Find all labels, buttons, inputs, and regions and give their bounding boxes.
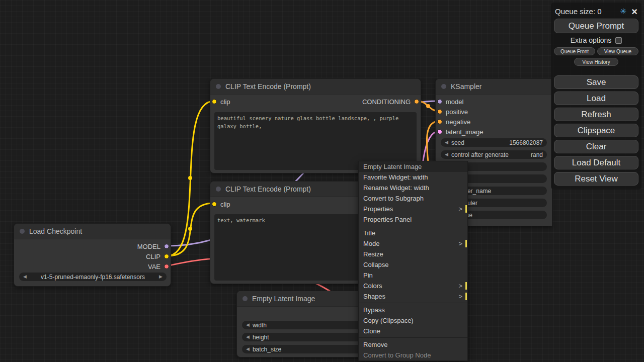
conditioning-slot-icon[interactable] — [414, 99, 419, 104]
input-slot-positive[interactable]: positive — [437, 108, 468, 115]
clipspace-button[interactable]: Clipspace — [554, 124, 638, 137]
widget-value: 1566802087 — [509, 139, 543, 146]
save-button[interactable]: Save — [554, 75, 638, 89]
slot-label: CLIP — [146, 253, 160, 260]
submenu-arrow-icon: > — [458, 238, 462, 249]
settings-gear-icon[interactable]: ✳ — [620, 7, 626, 16]
spacer — [554, 68, 638, 73]
conditioning-slot-icon[interactable] — [437, 109, 442, 114]
context-menu-item-shapes[interactable]: Shapes > — [359, 291, 467, 302]
context-menu-item-copy-clipspace[interactable]: Copy (Clipspace) — [359, 315, 467, 326]
load-button[interactable]: Load — [554, 92, 638, 105]
output-slot-vae[interactable]: VAE — [148, 263, 169, 270]
clip-slot-icon[interactable] — [164, 254, 169, 259]
reset-view-button[interactable]: Reset View — [554, 172, 638, 186]
wire-clip-to-negative-encoder — [167, 203, 214, 256]
increment-arrow-icon[interactable]: ▶ — [159, 275, 163, 279]
node-title: CLIP Text Encode (Prompt) — [225, 185, 311, 193]
queue-front-button[interactable]: Queue Front — [554, 47, 595, 55]
slot-label: positive — [446, 108, 468, 116]
context-menu-item-properties[interactable]: Properties > — [359, 204, 467, 214]
slot-label: MODEL — [137, 243, 160, 250]
load-default-button[interactable]: Load Default — [554, 156, 638, 169]
context-menu-item-title[interactable]: Title — [359, 228, 467, 238]
extra-options-label: Extra options — [571, 36, 612, 44]
slot-label: latent_image — [446, 128, 483, 136]
slot-label: clip — [220, 201, 230, 208]
conditioning-slot-icon[interactable] — [437, 119, 442, 124]
view-history-button[interactable]: View History — [574, 58, 618, 66]
node-title: KSampler — [451, 82, 481, 90]
submenu-arrow-icon: > — [458, 291, 462, 302]
widget-label: width — [253, 322, 267, 329]
model-slot-icon[interactable] — [164, 244, 169, 249]
input-slot-clip[interactable]: clip — [212, 98, 230, 105]
close-panel-icon[interactable]: × — [631, 8, 637, 15]
seed-widget[interactable]: ◀ seed 1566802087 — [441, 138, 547, 147]
extra-options-checkbox[interactable] — [615, 37, 622, 44]
slot-label: CONDITIONING — [362, 98, 411, 106]
node-clip-text-encode-positive[interactable]: CLIP Text Encode (Prompt) clip CONDITION… — [210, 78, 421, 173]
context-menu-item-rename-widget[interactable]: Rename Widget: width — [359, 183, 467, 193]
model-slot-icon[interactable] — [437, 99, 442, 104]
node-title-bar[interactable]: KSampler — [436, 79, 552, 95]
collapse-dot-icon[interactable] — [243, 296, 248, 301]
context-menu-item-colors[interactable]: Colors > — [359, 281, 467, 291]
collapse-dot-icon[interactable] — [20, 229, 25, 234]
widget-label: height — [253, 334, 269, 341]
input-slot-model[interactable]: model — [437, 98, 463, 105]
ckpt-name-value: v1-5-pruned-emaonly-fp16.safetensors — [30, 274, 156, 281]
context-menu-item-resize[interactable]: Resize — [359, 249, 467, 259]
decrement-arrow-icon[interactable]: ◀ — [246, 347, 250, 351]
context-menu-item-collapse[interactable]: Collapse — [359, 259, 467, 270]
input-slot-negative[interactable]: negative — [437, 118, 470, 125]
refresh-button[interactable]: Refresh — [554, 108, 638, 121]
context-menu-item-label: Properties — [363, 205, 393, 213]
context-menu-item-label: Colors — [363, 282, 382, 290]
context-menu-item-clone[interactable]: Clone — [359, 326, 467, 336]
context-menu-item-label: Shapes — [363, 293, 385, 300]
context-menu-item-remove[interactable]: Remove — [359, 339, 467, 350]
context-menu-item-bypass[interactable]: Bypass — [359, 305, 467, 315]
node-title-bar[interactable]: CLIP Text Encode (Prompt) — [210, 79, 421, 95]
context-menu-item-properties-panel[interactable]: Properties Panel — [359, 214, 467, 225]
slot-label: negative — [446, 118, 470, 126]
widget-label: batch_size — [253, 346, 281, 353]
node-context-menu: Empty Latent Image Favorite Widget: widt… — [358, 161, 468, 361]
input-slot-clip[interactable]: clip — [212, 201, 230, 208]
output-slot-clip[interactable]: CLIP — [146, 253, 169, 260]
slot-label: model — [446, 98, 463, 106]
queue-prompt-button[interactable]: Queue Prompt — [554, 19, 638, 33]
collapse-dot-icon[interactable] — [216, 84, 221, 89]
decrement-arrow-icon[interactable]: ◀ — [445, 140, 448, 145]
decrement-arrow-icon[interactable]: ◀ — [23, 275, 27, 279]
decrement-arrow-icon[interactable]: ◀ — [445, 152, 448, 157]
context-menu-item-mode[interactable]: Mode > — [359, 238, 467, 249]
context-menu-item-pin[interactable]: Pin — [359, 270, 467, 281]
output-slot-model[interactable]: MODEL — [137, 243, 169, 250]
view-queue-button[interactable]: View Queue — [597, 47, 638, 55]
control-after-generate-widget[interactable]: ◀ control after generate rand — [441, 150, 547, 159]
vae-slot-icon[interactable] — [164, 264, 169, 269]
widget-value: rand — [531, 151, 543, 158]
context-menu-item-convert-to-subgraph[interactable]: Convert to Subgraph — [359, 193, 467, 204]
collapse-dot-icon[interactable] — [441, 84, 446, 89]
collapse-dot-icon[interactable] — [216, 187, 221, 192]
node-title-bar[interactable]: Load Checkpoint — [14, 224, 171, 239]
decrement-arrow-icon[interactable]: ◀ — [246, 323, 250, 327]
node-load-checkpoint[interactable]: Load Checkpoint MODEL CLIP VAE ◀ v1-5-pr… — [14, 223, 171, 287]
decrement-arrow-icon[interactable]: ◀ — [246, 335, 250, 339]
context-menu-item-convert-to-group-node[interactable]: Convert to Group Node (Deprecated) — [359, 350, 467, 360]
input-slot-latent-image[interactable]: latent_image — [437, 128, 483, 135]
latent-slot-icon[interactable] — [437, 129, 442, 134]
output-slot-conditioning[interactable]: CONDITIONING — [362, 98, 419, 105]
link-dot — [188, 227, 192, 231]
slot-label: VAE — [148, 263, 160, 270]
context-menu-item-favorite-widget[interactable]: Favorite Widget: width — [359, 172, 467, 183]
wire-clip-to-positive-encoder — [167, 101, 214, 256]
clip-slot-icon[interactable] — [212, 202, 217, 207]
node-title: CLIP Text Encode (Prompt) — [225, 82, 311, 90]
clear-button[interactable]: Clear — [554, 140, 638, 153]
ckpt-name-widget[interactable]: ◀ v1-5-pruned-emaonly-fp16.safetensors ▶ — [19, 273, 167, 281]
clip-slot-icon[interactable] — [212, 99, 217, 104]
